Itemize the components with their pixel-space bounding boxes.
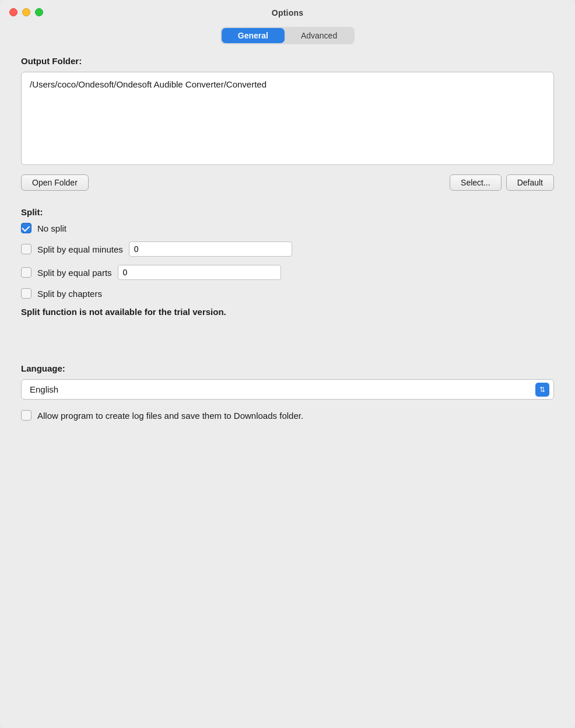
split-minutes-label: Split by equal minutes <box>37 244 123 254</box>
options-window: Options General Advanced Output Folder: … <box>0 0 575 728</box>
log-files-label: Allow program to create log files and sa… <box>37 411 303 421</box>
language-select-wrapper: English Chinese (Simplified) Chinese (Tr… <box>21 379 554 400</box>
language-label: Language: <box>21 363 554 373</box>
minimize-button[interactable] <box>22 8 30 16</box>
split-label: Split: <box>21 207 554 217</box>
split-minutes-checkbox[interactable] <box>21 244 31 254</box>
buttons-row: Open Folder Select... Default <box>21 174 554 191</box>
split-parts-label: Split by equal parts <box>37 268 112 278</box>
split-chapters-label: Split by chapters <box>37 289 102 299</box>
right-buttons: Select... Default <box>450 174 554 191</box>
select-button[interactable]: Select... <box>450 174 502 191</box>
split-parts-checkbox[interactable] <box>21 267 31 278</box>
split-chapters-row: Split by chapters <box>21 288 554 299</box>
no-split-label: No split <box>37 223 66 233</box>
language-select[interactable]: English Chinese (Simplified) Chinese (Tr… <box>21 379 554 400</box>
traffic-lights <box>9 8 43 16</box>
content-area: Output Folder: Open Folder Select... Def… <box>0 56 575 442</box>
no-split-checkbox[interactable] <box>21 223 31 233</box>
default-button[interactable]: Default <box>506 174 554 191</box>
split-section: Split: No split Split by equal minutes S… <box>21 207 554 317</box>
split-minutes-row: Split by equal minutes <box>21 242 554 257</box>
split-parts-input[interactable] <box>118 265 281 280</box>
language-section: Language: English Chinese (Simplified) C… <box>21 363 554 421</box>
output-folder-label: Output Folder: <box>21 56 554 66</box>
output-folder-input[interactable] <box>21 72 554 165</box>
tab-general[interactable]: General <box>222 28 285 43</box>
close-button[interactable] <box>9 8 17 16</box>
open-folder-button[interactable]: Open Folder <box>21 174 89 191</box>
split-chapters-checkbox[interactable] <box>21 288 31 299</box>
no-split-row: No split <box>21 223 554 233</box>
split-minutes-input[interactable] <box>129 242 292 257</box>
log-files-row: Allow program to create log files and sa… <box>21 410 554 421</box>
window-title: Options <box>272 8 303 18</box>
title-bar: Options <box>0 0 575 23</box>
maximize-button[interactable] <box>35 8 43 16</box>
tab-advanced[interactable]: Advanced <box>285 28 353 43</box>
trial-warning: Split function is not available for the … <box>21 307 554 317</box>
split-parts-row: Split by equal parts <box>21 265 554 280</box>
tabs: General Advanced <box>220 27 355 44</box>
left-buttons: Open Folder <box>21 174 89 191</box>
tabs-container: General Advanced <box>0 27 575 44</box>
log-files-checkbox[interactable] <box>21 410 31 421</box>
